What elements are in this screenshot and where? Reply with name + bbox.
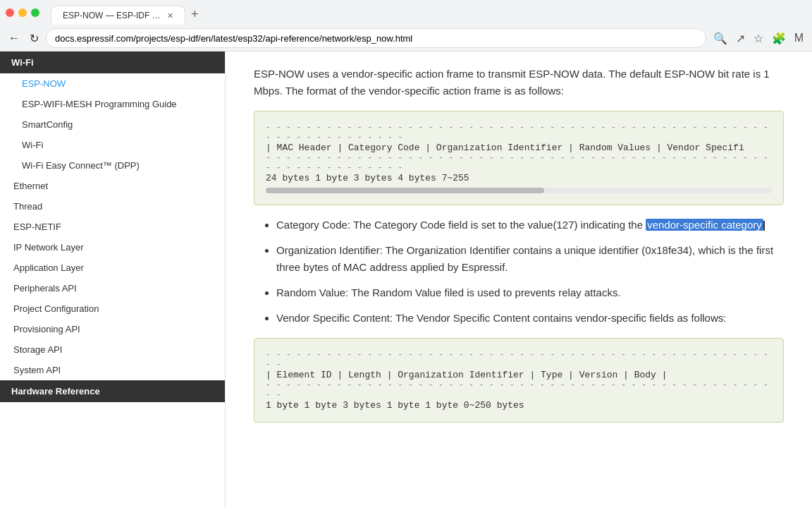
vendor-frame-table: - - - - - - - - - - - - - - - - - - - - … [254, 111, 784, 205]
table2-divider: - - - - - - - - - - - - - - - - - - - - … [266, 350, 772, 370]
sidebar-item-esp-wifi-mesh[interactable]: ESP-WIFI-MESH Programming Guide [0, 94, 225, 114]
sidebar-item-smartconfig[interactable]: SmartConfig [0, 114, 225, 135]
sidebar-section-wifi: Wi-Fi [0, 52, 225, 73]
sidebar-item-esp-now[interactable]: ESP-NOW [0, 73, 225, 94]
bullet-vendor-text: Vendor Specific Content: The Vendor Spec… [276, 312, 726, 324]
sidebar-item-storage-api[interactable]: Storage API [0, 339, 225, 360]
sidebar-item-system-api[interactable]: System API [0, 360, 225, 380]
bullet-org-identifier: Organization Identifier: The Organizatio… [276, 242, 784, 276]
toolbar-icons: 🔍 ↗ ☆ 🧩 M [710, 29, 806, 48]
sidebar-item-provisioning-api[interactable]: Provisioning API [0, 319, 225, 339]
sidebar: Wi-Fi ESP-NOW ESP-WIFI-MESH Programming … [0, 52, 226, 508]
table2-values: 1 byte 1 byte 3 bytes 1 byte 1 byte 0~25… [266, 400, 772, 411]
scrollbar-thumb[interactable] [266, 188, 544, 193]
vendor-content-table: - - - - - - - - - - - - - - - - - - - - … [254, 338, 784, 423]
share-icon[interactable]: ↗ [733, 29, 748, 48]
table1-divider: - - - - - - - - - - - - - - - - - - - - … [266, 123, 772, 143]
refresh-button[interactable]: ↻ [27, 29, 42, 48]
table1-values: 24 bytes 1 byte 3 bytes 4 bytes 7~255 [266, 173, 772, 183]
extensions-icon[interactable]: 🧩 [769, 29, 789, 48]
search-icon[interactable]: 🔍 [710, 29, 730, 48]
text-cursor [763, 221, 765, 231]
bullet-category-prefix: Category Code: The Category Code field i… [276, 219, 646, 231]
sidebar-item-wifi[interactable]: Wi-Fi [0, 135, 225, 155]
table2-headers: | Element ID | Length | Organization Ide… [266, 370, 772, 380]
main-content: ESP-NOW uses a vendor-specific action fr… [226, 52, 812, 508]
bullet-vendor-content: Vendor Specific Content: The Vendor Spec… [276, 310, 784, 327]
new-tab-button[interactable]: + [185, 4, 204, 25]
bullet-list: Category Code: The Category Code field i… [254, 217, 784, 327]
bullet-org-text: Organization Identifier: The Organizatio… [276, 244, 773, 273]
tab-title: ESP-NOW — ESP-IDF P... [63, 11, 161, 20]
bullet-random-text: Random Value: The Random Value filed is … [276, 286, 621, 298]
sidebar-item-project-config[interactable]: Project Configuration [0, 298, 225, 319]
back-button[interactable]: ← [6, 29, 23, 47]
main-layout: Wi-Fi ESP-NOW ESP-WIFI-MESH Programming … [0, 52, 812, 508]
tab-bar: ESP-NOW — ESP-IDF P... ✕ + [45, 1, 210, 25]
sidebar-item-application-layer[interactable]: Application Layer [0, 258, 225, 278]
bullet-random-value: Random Value: The Random Value filed is … [276, 284, 784, 301]
sidebar-item-esp-netif[interactable]: ESP-NETIF [0, 217, 225, 237]
sidebar-item-ethernet[interactable]: Ethernet [0, 176, 225, 196]
browser-chrome: ESP-NOW — ESP-IDF P... ✕ + ← ↻ 🔍 ↗ ☆ 🧩 M [0, 0, 812, 52]
bullet-category-code: Category Code: The Category Code field i… [276, 217, 784, 234]
table1-separator: - - - - - - - - - - - - - - - - - - - - … [266, 153, 772, 173]
url-input[interactable] [46, 28, 706, 48]
minimize-window-button[interactable] [18, 8, 27, 17]
bookmark-icon[interactable]: ☆ [751, 29, 766, 48]
table2-separator: - - - - - - - - - - - - - - - - - - - - … [266, 380, 772, 400]
sidebar-item-ip-network-layer[interactable]: IP Network Layer [0, 237, 225, 258]
sidebar-item-peripherals-api[interactable]: Peripherals API [0, 278, 225, 298]
tab-close-icon[interactable]: ✕ [167, 11, 173, 20]
window-controls [6, 8, 39, 17]
sidebar-section-hardware: Hardware Reference [0, 380, 225, 402]
sidebar-item-thread[interactable]: Thread [0, 196, 225, 217]
close-window-button[interactable] [6, 8, 14, 17]
browser-tab[interactable]: ESP-NOW — ESP-IDF P... ✕ [51, 6, 185, 25]
intro-paragraph: ESP-NOW uses a vendor-specific action fr… [254, 66, 784, 99]
table1-headers: | MAC Header | Category Code | Organizat… [266, 143, 772, 153]
highlighted-text: vendor-specific category [646, 219, 763, 231]
scrollbar-track[interactable] [266, 188, 772, 193]
address-bar: ← ↻ 🔍 ↗ ☆ 🧩 M [0, 25, 812, 51]
title-bar: ESP-NOW — ESP-IDF P... ✕ + [0, 0, 812, 25]
sidebar-item-wifi-easy-connect[interactable]: Wi-Fi Easy Connect™ (DPP) [0, 155, 225, 176]
maximize-window-button[interactable] [31, 8, 39, 17]
menu-icon[interactable]: M [792, 29, 806, 47]
